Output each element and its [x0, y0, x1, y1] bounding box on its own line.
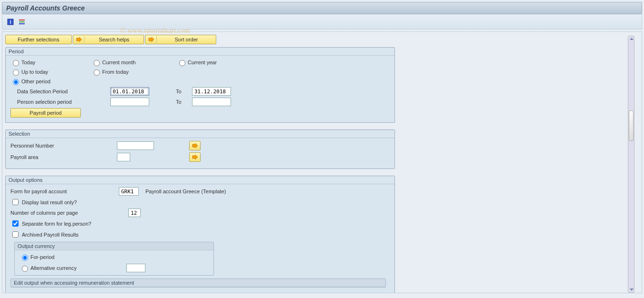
- separate-form-checkbox[interactable]: [12, 220, 19, 227]
- radio-for-period-label: For-period: [30, 254, 55, 260]
- search-helps-label: Search helps: [85, 37, 144, 42]
- sort-order-button[interactable]: Sort order: [145, 35, 216, 44]
- radio-alt-currency-input[interactable]: [22, 266, 28, 272]
- radio-for-period[interactable]: For-period: [19, 253, 209, 261]
- form-code-input[interactable]: [119, 187, 139, 196]
- radio-from-today-label: From today: [102, 69, 129, 75]
- radio-current-month-label: Current month: [102, 60, 135, 65]
- svg-marker-8: [192, 155, 198, 159]
- arrow-right-icon: [145, 36, 157, 43]
- person-selection-from-input[interactable]: [110, 98, 149, 106]
- radio-today-label: Today: [21, 60, 35, 65]
- output-currency-title: Output currency: [15, 242, 213, 250]
- radio-up-to-today-label: Up to today: [21, 69, 48, 75]
- period-panel: Period Today Current month Current year: [5, 47, 395, 123]
- radio-alt-currency[interactable]: Alternative currency: [19, 264, 209, 272]
- info-icon[interactable]: i: [6, 18, 15, 26]
- app-toolbar: i © www.tutorialkart.com: [2, 14, 642, 30]
- arrow-right-icon: [73, 36, 85, 43]
- separate-form-label: Separate form for leg.person?: [22, 221, 91, 227]
- personnel-number-input[interactable]: [117, 141, 154, 150]
- person-selection-to-label: To: [168, 99, 192, 105]
- main-content: Further selections Search helps Sort ord…: [2, 31, 642, 293]
- svg-text:i: i: [10, 20, 11, 25]
- svg-rect-2: [19, 20, 25, 20]
- radio-alt-currency-label: Alternative currency: [30, 265, 125, 271]
- output-options-title: Output options: [6, 176, 394, 184]
- personnel-number-multiselect-button[interactable]: [189, 141, 201, 150]
- svg-marker-6: [149, 37, 154, 42]
- data-selection-to-input[interactable]: [192, 87, 231, 96]
- list-icon[interactable]: [18, 18, 26, 26]
- svg-rect-4: [19, 23, 25, 24]
- data-selection-from-input[interactable]: [110, 87, 149, 96]
- radio-other-period-label: Other period: [21, 79, 50, 84]
- further-selections-button[interactable]: Further selections: [5, 35, 72, 44]
- radio-today-input[interactable]: [13, 60, 19, 66]
- edit-output-title: Edit output when accessing remuneration …: [11, 279, 385, 287]
- payroll-period-button[interactable]: Payroll period: [10, 108, 81, 118]
- alt-currency-input[interactable]: [126, 264, 145, 272]
- radio-current-year-input[interactable]: [179, 60, 185, 66]
- page-title: Payroll Accounts Greece: [2, 2, 642, 14]
- radio-today[interactable]: Today: [10, 59, 91, 66]
- period-panel-title: Period: [6, 48, 394, 56]
- payroll-area-multiselect-button[interactable]: [189, 152, 201, 162]
- form-for-payroll-label: Form for payroll account: [10, 189, 119, 194]
- edit-output-subpanel: Edit output when accessing remuneration …: [10, 278, 386, 288]
- output-options-panel: Output options Form for payroll account …: [5, 176, 395, 293]
- form-description: Payroll account Greece (Template): [145, 189, 226, 194]
- payroll-area-input[interactable]: [117, 153, 130, 161]
- radio-up-to-today-input[interactable]: [13, 70, 19, 76]
- radio-current-year-label: Current year: [188, 60, 217, 65]
- selection-panel: Selection Personnel Number Payroll area: [5, 129, 395, 169]
- personnel-number-label: Personnel Number: [10, 143, 117, 149]
- scroll-down-icon[interactable]: [630, 288, 634, 291]
- radio-other-period[interactable]: Other period: [10, 78, 91, 85]
- output-currency-subpanel: Output currency For-period Alternative c…: [14, 242, 214, 276]
- data-selection-period-label: Data Selection Period: [10, 89, 110, 94]
- payroll-area-label: Payroll area: [10, 154, 117, 160]
- person-selection-period-label: Person selection period: [10, 99, 110, 105]
- radio-current-month-input[interactable]: [94, 60, 100, 66]
- svg-marker-7: [192, 143, 198, 148]
- archived-results-checkbox[interactable]: [12, 231, 19, 238]
- data-selection-to-label: To: [168, 89, 192, 94]
- radio-from-today[interactable]: From today: [91, 68, 177, 76]
- search-helps-button[interactable]: Search helps: [73, 35, 144, 44]
- svg-marker-5: [77, 37, 82, 42]
- radio-other-period-input[interactable]: [13, 79, 19, 85]
- person-selection-to-input[interactable]: [192, 98, 231, 106]
- cols-per-page-input[interactable]: [128, 209, 141, 217]
- scroll-up-icon[interactable]: [630, 38, 634, 40]
- radio-from-today-input[interactable]: [94, 70, 100, 76]
- radio-up-to-today[interactable]: Up to today: [10, 68, 91, 76]
- cols-per-page-label: Number of columns per page: [10, 210, 128, 216]
- scroll-thumb[interactable]: [629, 110, 634, 141]
- display-last-label: Display last result only?: [22, 199, 77, 205]
- secondary-scrollbar[interactable]: [628, 36, 634, 293]
- radio-current-year[interactable]: Current year: [177, 59, 248, 66]
- radio-current-month[interactable]: Current month: [91, 59, 177, 66]
- radio-for-period-input[interactable]: [22, 255, 28, 261]
- svg-rect-3: [19, 21, 25, 22]
- sort-order-label: Sort order: [157, 37, 216, 42]
- action-button-row: Further selections Search helps Sort ord…: [5, 35, 639, 44]
- display-last-checkbox[interactable]: [12, 199, 19, 205]
- archived-results-label: Archived Payroll Results: [22, 232, 78, 238]
- selection-panel-title: Selection: [6, 130, 394, 138]
